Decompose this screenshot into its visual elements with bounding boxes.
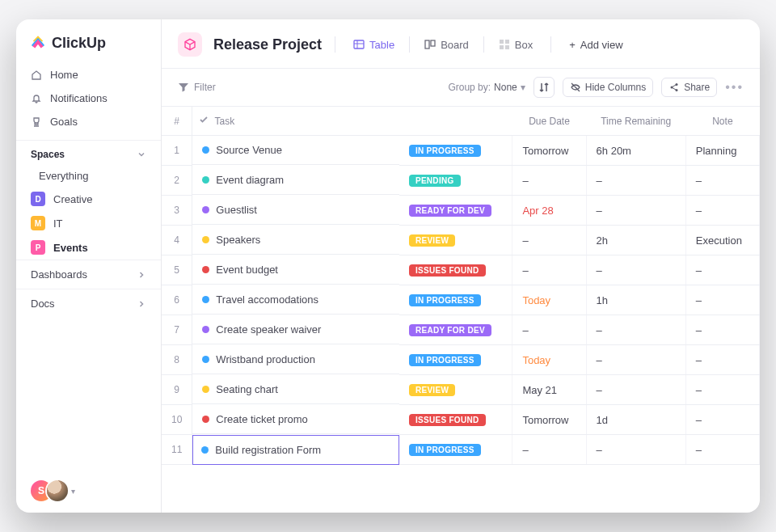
spaces-header[interactable]: Spaces — [16, 140, 161, 165]
note-cell[interactable]: – — [685, 315, 759, 345]
task-cell[interactable]: Guestlist — [192, 196, 399, 225]
due-cell[interactable]: Today — [512, 345, 586, 375]
sidebar-item-creative[interactable]: D Creative — [16, 187, 161, 211]
task-cell[interactable]: Travel accomodations — [192, 285, 399, 315]
time-cell[interactable]: – — [586, 315, 685, 345]
table-row[interactable]: 8 Wristband production IN PROGRESS Today… — [162, 345, 760, 375]
sidebar-item-everything[interactable]: Everything — [16, 165, 161, 187]
sidebar-item-docs[interactable]: Docs — [16, 289, 161, 318]
table-row[interactable]: 10 Create ticket promo ISSUES FOUND Tomo… — [162, 405, 760, 435]
sidebar-item-home[interactable]: Home — [16, 63, 161, 87]
sidebar-item-events[interactable]: P Events — [16, 235, 161, 260]
due-cell[interactable]: – — [512, 315, 586, 345]
sidebar-item-dashboards[interactable]: Dashboards — [16, 260, 161, 289]
due-cell[interactable]: May 21 — [512, 375, 586, 405]
table-row[interactable]: 4 Speakers REVIEW – 2h Execution — [162, 226, 760, 255]
note-cell[interactable]: – — [685, 345, 759, 375]
task-cell[interactable]: Wristband production — [192, 345, 399, 374]
more-menu-button[interactable]: ••• — [725, 80, 744, 95]
time-cell[interactable]: 1h — [586, 285, 685, 315]
avatar-stack[interactable]: S ▾ — [16, 469, 161, 513]
table-row[interactable]: 2 Event diagram PENDING – – – — [162, 166, 760, 196]
sidebar-item-goals[interactable]: Goals — [16, 110, 161, 133]
groupby-value: None — [494, 82, 517, 93]
time-cell[interactable]: – — [586, 196, 685, 226]
chevron-down-icon — [137, 150, 146, 159]
note-cell[interactable]: – — [685, 255, 759, 285]
view-tab-board[interactable]: Board — [420, 36, 474, 54]
col-number[interactable]: # — [162, 107, 192, 136]
status-cell[interactable]: IN PROGRESS — [399, 435, 512, 465]
table-row[interactable]: 6 Travel accomodations IN PROGRESS Today… — [162, 285, 760, 315]
task-cell[interactable]: Event diagram — [192, 166, 399, 195]
table-row[interactable]: 7 Create speaker waiver READY FOR DEV – … — [162, 315, 760, 345]
hide-columns-button[interactable]: Hide Columns — [563, 78, 653, 97]
status-cell[interactable]: IN PROGRESS — [399, 136, 512, 166]
note-cell[interactable]: – — [685, 166, 759, 196]
status-cell[interactable]: REVIEW — [399, 375, 512, 405]
status-badge: READY FOR DEV — [409, 205, 491, 217]
note-cell[interactable]: – — [685, 375, 759, 405]
time-cell[interactable]: – — [586, 345, 685, 375]
due-cell[interactable]: Tomorrow — [512, 136, 586, 166]
note-cell[interactable]: Planning — [685, 136, 759, 166]
note-cell[interactable]: – — [685, 196, 759, 226]
add-view-button[interactable]: + Add view — [564, 36, 627, 54]
status-badge: ISSUES FOUND — [409, 414, 486, 426]
col-due[interactable]: Due Date — [512, 107, 586, 136]
time-cell[interactable]: 2h — [586, 226, 685, 255]
bell-icon — [31, 93, 42, 104]
view-tab-table[interactable]: Table — [348, 36, 399, 54]
time-cell[interactable]: 1d — [586, 405, 685, 435]
col-status[interactable] — [399, 107, 512, 136]
groupby-dropdown[interactable]: Group by: None ▾ — [448, 82, 525, 93]
table-row[interactable]: 1 Source Venue IN PROGRESS Tomorrow 6h 2… — [162, 136, 760, 166]
sidebar-item-it[interactable]: M IT — [16, 211, 161, 235]
time-cell[interactable]: – — [586, 375, 685, 405]
task-cell[interactable]: Source Venue — [192, 136, 399, 165]
col-time[interactable]: Time Remaining — [586, 107, 685, 136]
filter-button[interactable]: Filter — [178, 82, 216, 93]
due-cell[interactable]: Tomorrow — [512, 405, 586, 435]
sidebar-item-notifications[interactable]: Notifications — [16, 87, 161, 110]
status-cell[interactable]: ISSUES FOUND — [399, 255, 512, 285]
time-cell[interactable]: – — [586, 435, 685, 465]
due-cell[interactable]: – — [512, 435, 586, 465]
task-cell[interactable]: Event budget — [192, 255, 399, 285]
table-row[interactable]: 3 Guestlist READY FOR DEV Apr 28 – – — [162, 196, 760, 226]
status-cell[interactable]: PENDING — [399, 166, 512, 196]
col-task[interactable]: Task — [192, 107, 399, 136]
time-cell[interactable]: 6h 20m — [586, 136, 685, 166]
status-cell[interactable]: REVIEW — [399, 226, 512, 255]
status-cell[interactable]: IN PROGRESS — [399, 345, 512, 375]
time-cell[interactable]: – — [586, 255, 685, 285]
task-cell[interactable]: Build registration Form — [192, 435, 399, 465]
note-cell[interactable]: Execution — [685, 226, 759, 255]
status-cell[interactable]: READY FOR DEV — [399, 196, 512, 226]
task-cell[interactable]: Create ticket promo — [192, 405, 399, 434]
due-cell[interactable]: – — [512, 226, 586, 255]
task-cell[interactable]: Seating chart — [192, 375, 399, 404]
note-cell[interactable]: – — [685, 285, 759, 315]
logo[interactable]: ClickUp — [16, 34, 161, 63]
status-cell[interactable]: READY FOR DEV — [399, 315, 512, 345]
table-row[interactable]: 11 Build registration Form IN PROGRESS –… — [162, 435, 760, 465]
col-note[interactable]: Note — [685, 107, 759, 136]
task-cell[interactable]: Create speaker waiver — [192, 315, 399, 344]
due-cell[interactable]: Apr 28 — [512, 196, 586, 226]
view-tab-box[interactable]: Box — [494, 36, 538, 54]
sort-button[interactable] — [534, 77, 555, 98]
share-button[interactable]: Share — [661, 78, 717, 97]
status-cell[interactable]: IN PROGRESS — [399, 285, 512, 315]
due-cell[interactable]: – — [512, 166, 586, 196]
status-cell[interactable]: ISSUES FOUND — [399, 405, 512, 435]
time-cell[interactable]: – — [586, 166, 685, 196]
table-row[interactable]: 5 Event budget ISSUES FOUND – – – — [162, 255, 760, 285]
due-cell[interactable]: Today — [512, 285, 586, 315]
note-cell[interactable]: – — [685, 435, 759, 465]
status-dot-icon — [202, 206, 209, 213]
due-cell[interactable]: – — [512, 255, 586, 285]
task-cell[interactable]: Speakers — [192, 226, 399, 255]
note-cell[interactable]: – — [685, 405, 759, 435]
table-row[interactable]: 9 Seating chart REVIEW May 21 – – — [162, 375, 760, 405]
